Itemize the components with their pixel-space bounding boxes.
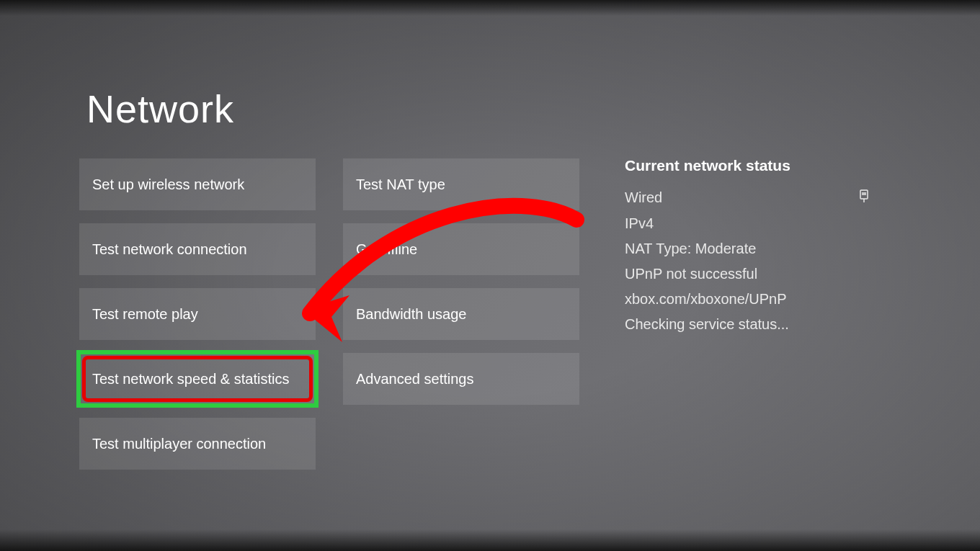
tile-label: Test remote play (92, 306, 198, 323)
tile-label: Bandwidth usage (356, 306, 466, 323)
tile-advanced[interactable]: Advanced settings (343, 353, 579, 405)
tile-label: Test multiplayer connection (92, 436, 266, 452)
status-label: xbox.com/xboxone/UPnP (625, 291, 787, 308)
tile-label: Test network connection (92, 241, 247, 258)
status-label: UPnP not successful (625, 266, 757, 282)
status-label: NAT Type: Moderate (625, 241, 756, 257)
page-title: Network (86, 86, 234, 131)
status-row-wired: Wired (625, 189, 870, 207)
tile-label: Test network speed & statistics (92, 371, 289, 388)
tile-bandwidth[interactable]: Bandwidth usage (343, 288, 579, 340)
tile-test-connection[interactable]: Test network connection (79, 223, 316, 275)
status-header: Current network status (625, 157, 870, 174)
column-left: Set up wireless network Test network con… (79, 158, 316, 470)
tile-label: Test NAT type (356, 176, 445, 193)
tile-test-speed[interactable]: Test network speed & statistics (79, 353, 316, 405)
tile-label: Go offline (356, 241, 417, 258)
status-label: Checking service status... (625, 316, 789, 333)
status-label: Wired (625, 189, 662, 206)
status-row-nat: NAT Type: Moderate (625, 241, 870, 257)
status-panel: Current network status Wired IPv4 NAT Ty… (625, 157, 870, 341)
settings-columns: Set up wireless network Test network con… (79, 158, 579, 470)
status-label: IPv4 (625, 215, 654, 232)
tile-label: Set up wireless network (92, 176, 244, 193)
tile-test-multiplayer[interactable]: Test multiplayer connection (79, 418, 316, 470)
status-row-upnp-url: xbox.com/xboxone/UPnP (625, 291, 870, 308)
tile-go-offline[interactable]: Go offline (343, 223, 579, 275)
ethernet-icon (858, 189, 870, 207)
status-row-upnp: UPnP not successful (625, 266, 870, 282)
tile-label: Advanced settings (356, 371, 473, 388)
screen-edge-bottom (0, 529, 980, 551)
status-row-checking: Checking service status... (625, 316, 870, 333)
column-right: Test NAT type Go offline Bandwidth usage… (343, 158, 579, 470)
tile-setup-wireless[interactable]: Set up wireless network (79, 158, 316, 210)
screen-edge-top (0, 0, 980, 16)
status-row-ipv4: IPv4 (625, 215, 870, 232)
tile-test-remote-play[interactable]: Test remote play (79, 288, 316, 340)
tile-test-nat[interactable]: Test NAT type (343, 158, 579, 210)
